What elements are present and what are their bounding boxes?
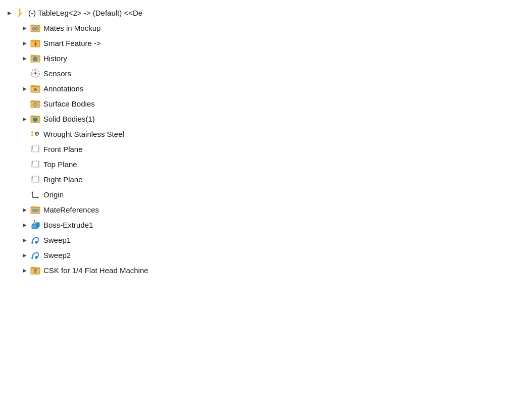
item-label: Smart Feature -> [43,39,101,47]
item-label: Right Plane [43,175,83,184]
tree-item-annotations[interactable]: A Annotations [0,81,505,96]
smart-feature-icon [29,37,41,49]
expand-arrow[interactable] [20,235,29,244]
tree-item-csk[interactable]: CSK for 1/4 Flat Head Machine [0,262,505,278]
root-label: (-) TableLeg<2> -> (Default) <<De [28,9,142,17]
svg-line-35 [37,132,38,133]
tree-item-boss-extrude1[interactable]: Boss-Extrude1 [0,217,505,232]
plane-icon [29,143,41,155]
tree-item-origin[interactable]: Origin [0,187,505,202]
svg-line-32 [35,132,36,133]
item-label: Origin [43,190,64,199]
sweep-icon [29,234,41,246]
svg-point-15 [34,72,36,74]
component-icon [14,7,26,19]
svg-marker-48 [37,197,39,198]
svg-marker-47 [32,191,33,193]
svg-point-24 [31,131,33,133]
item-label: History [43,54,67,63]
expand-arrow[interactable] [20,23,29,32]
svg-marker-54 [32,223,37,225]
item-label: Sensors [43,69,71,78]
svg-rect-53 [32,225,37,229]
item-label: MateReferences [43,205,99,214]
item-label: Surface Bodies [43,99,95,108]
annotations-icon: A [29,82,41,94]
history-icon [29,52,41,64]
tree-item-sensors[interactable]: Sensors [0,66,505,81]
expand-arrow[interactable] [20,250,29,259]
svg-marker-1 [19,9,22,16]
expand-arrow[interactable] [20,38,29,47]
expand-arrow[interactable] [20,220,29,229]
svg-point-25 [31,134,33,136]
material-icon [29,128,41,140]
extrude-icon [29,219,41,231]
tree-item-right-plane[interactable]: Right Plane [0,172,505,187]
expand-arrow[interactable] [20,54,29,63]
tree-item-front-plane[interactable]: Front Plane [0,141,505,156]
tree-item-sweep2[interactable]: Sweep2 [0,247,505,262]
tree-item-material[interactable]: Wrought Stainless Steel [0,126,505,141]
tree-item-surface-bodies[interactable]: Surface Bodies [0,96,505,111]
svg-line-33 [37,134,38,135]
item-label: Annotations [43,84,83,93]
csk-icon [29,264,41,276]
item-label: Mates in Mockup [43,24,100,32]
tree-item-sweep1[interactable]: Sweep1 [0,232,505,247]
item-label: Top Plane [43,160,77,169]
mate-references-icon [29,203,41,216]
tree-container: (-) TableLeg<2> -> (Default) <<De Mates … [0,0,505,420]
item-label: Front Plane [43,145,83,153]
svg-point-59 [35,241,38,244]
tree-item-top-plane[interactable]: Top Plane [0,156,505,172]
svg-marker-57 [34,220,35,221]
svg-rect-64 [35,271,36,273]
svg-point-60 [31,257,33,259]
root-item[interactable]: (-) TableLeg<2> -> (Default) <<De [0,5,505,20]
expand-arrow[interactable] [20,205,29,214]
sensors-icon [29,67,41,79]
item-label: Boss-Extrude1 [43,221,93,229]
mates-icon [29,22,41,34]
svg-point-27 [36,133,37,134]
expand-arrow[interactable] [20,266,29,275]
tree-item-mate-references[interactable]: MateReferences [0,202,505,217]
item-label: Sweep1 [43,236,71,244]
item-label: Wrought Stainless Steel [43,130,124,138]
solid-bodies-icon [29,113,41,125]
origin-icon [29,188,41,200]
svg-point-58 [31,242,33,244]
item-label: Solid Bodies(1) [43,115,95,123]
expand-arrow[interactable] [20,114,29,123]
root-expand-arrow[interactable] [5,8,14,17]
surface-bodies-icon [29,97,41,110]
tree-item-solid-bodies[interactable]: Solid Bodies(1) [0,111,505,126]
item-label: CSK for 1/4 Flat Head Machine [43,266,148,275]
svg-point-61 [35,256,38,259]
svg-text:A: A [34,87,37,92]
svg-marker-55 [37,223,39,229]
svg-line-34 [35,134,36,135]
item-label: Sweep2 [43,251,71,259]
tree-item-smart-feature[interactable]: Smart Feature -> [0,35,505,50]
plane-icon [29,173,41,185]
tree-item-mates-in-mockup[interactable]: Mates in Mockup [0,20,505,35]
sweep-icon [29,249,41,261]
plane-icon [29,158,41,170]
tree-item-history[interactable]: History [0,50,505,66]
expand-arrow[interactable] [20,84,29,93]
